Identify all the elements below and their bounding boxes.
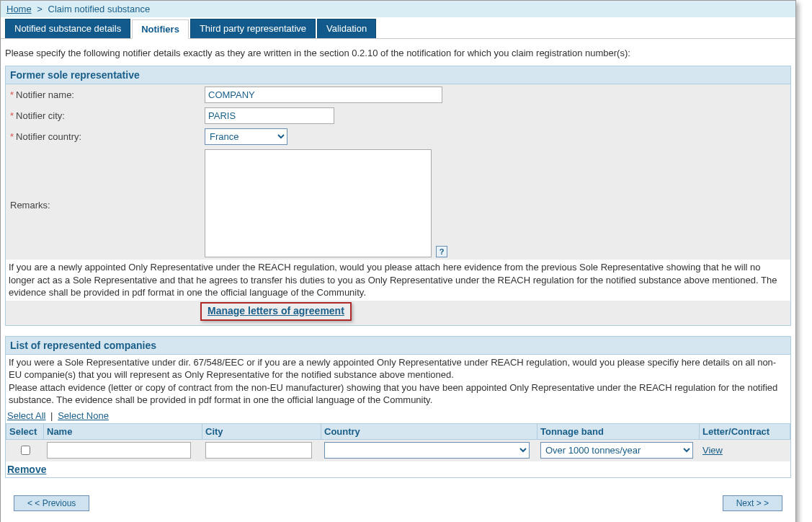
companies-table: Select Name City Country Tonnage band Le… [6,423,790,461]
row-notifier-country: *Notifier country: France [6,126,790,147]
label-notifier-country: *Notifier country: [10,128,205,142]
remove-row: Remove [6,461,790,477]
breadcrumb-home-link[interactable]: Home [6,4,32,14]
manage-letters-highlight-box: Manage letters of agreement [200,302,352,321]
select-divider: | [50,410,53,421]
col-select: Select [6,423,44,439]
breadcrumb-current: Claim notified substance [48,4,151,14]
notifier-city-input[interactable] [205,107,334,124]
required-marker: * [10,89,14,100]
tab-third-party-representative[interactable]: Third party representative [190,19,316,38]
select-none-link[interactable]: Select None [58,410,109,421]
section-header-list: List of represented companies [6,337,790,355]
required-marker: * [10,110,14,121]
row-select-checkbox[interactable] [21,446,30,455]
row-tonnage-select[interactable]: Over 1000 tonnes/year [540,442,693,459]
breadcrumb: Home > Claim notified substance [1,1,795,17]
remove-link[interactable]: Remove [7,464,46,475]
row-country-select[interactable] [324,442,530,459]
notifier-country-select[interactable]: France [205,128,287,145]
instructions-text: Please specify the following notifier de… [5,43,791,66]
col-letter: Letter/Contract [700,423,790,439]
manage-link-row: Manage letters of agreement [6,301,790,325]
breadcrumb-separator: > [37,4,43,14]
tab-notified-substance-details[interactable]: Notified substance details [5,19,130,38]
col-name: Name [44,423,202,439]
next-button[interactable]: Next > > [723,495,782,511]
required-marker: * [10,131,14,142]
row-remarks: Remarks: ? [6,147,790,260]
page-container: Home > Claim notified substance Notified… [0,0,796,522]
remarks-textarea[interactable] [205,149,432,257]
label-notifier-name: *Notifier name: [10,87,205,100]
row-name-input[interactable] [47,442,191,459]
row-city-input[interactable] [205,442,312,459]
help-icon[interactable]: ? [436,246,447,257]
manage-letters-link[interactable]: Manage letters of agreement [208,305,344,317]
label-remarks: Remarks: [10,197,205,211]
list-companies-text: If you were a Sole Representative under … [6,355,790,408]
previous-button[interactable]: < < Previous [14,495,89,511]
row-notifier-name: *Notifier name: [6,84,790,105]
nav-buttons-row: < < Previous Next > > [5,488,791,521]
tab-notifiers[interactable]: Notifiers [132,19,189,39]
select-actions-row: Select All | Select None [6,408,790,423]
tab-bar: Notified substance details Notifiers Thi… [1,17,795,39]
section-former-sole-rep: Former sole representative *Notifier nam… [5,66,791,326]
table-row: Over 1000 tonnes/year View [6,439,790,461]
or-evidence-text: If you are a newly appointed Only Repres… [6,260,790,301]
col-city: City [202,423,321,439]
tab-validation[interactable]: Validation [317,19,376,38]
select-all-link[interactable]: Select All [7,410,45,421]
col-tonnage: Tonnage band [537,423,700,439]
section-header-former: Former sole representative [6,66,790,84]
col-country: Country [321,423,537,439]
section-list-companies: List of represented companies If you wer… [5,336,791,478]
label-notifier-city: *Notifier city: [10,107,205,121]
notifier-name-input[interactable] [205,87,442,103]
row-notifier-city: *Notifier city: [6,105,790,126]
content-area: Please specify the following notifier de… [1,39,795,522]
row-view-link[interactable]: View [702,445,723,456]
